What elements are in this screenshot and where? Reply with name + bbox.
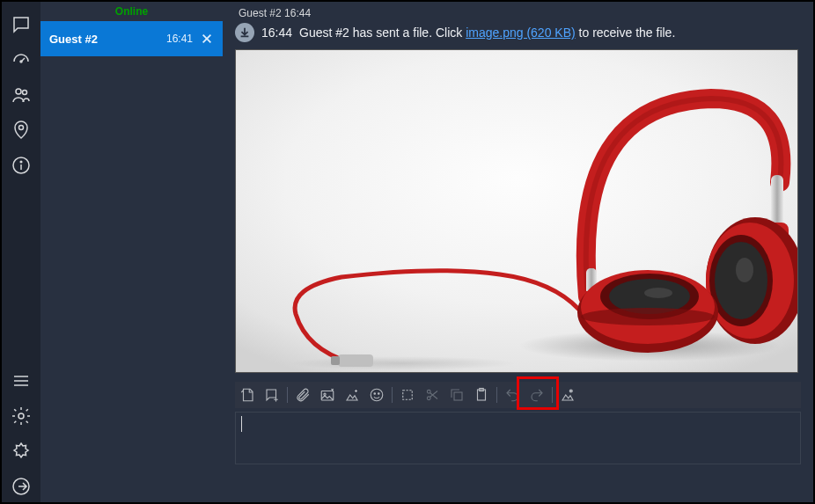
contact-name: Guest #2 (49, 33, 166, 46)
svg-point-43 (570, 391, 571, 391)
svg-point-35 (378, 393, 380, 395)
svg-point-22 (736, 258, 753, 282)
svg-point-37 (427, 397, 430, 400)
settings-icon[interactable] (5, 400, 37, 432)
message-input[interactable] (235, 412, 801, 464)
svg-point-34 (374, 393, 376, 395)
svg-rect-39 (454, 392, 462, 400)
map-icon[interactable] (5, 114, 37, 146)
redo-icon[interactable] (525, 383, 549, 407)
svg-point-38 (427, 390, 430, 393)
canned-icon[interactable] (235, 383, 260, 407)
received-image[interactable] (235, 49, 798, 373)
download-icon[interactable] (235, 23, 254, 42)
svg-point-2 (23, 91, 27, 95)
svg-point-29 (644, 288, 672, 298)
svg-rect-14 (338, 354, 373, 367)
select-icon[interactable] (395, 383, 420, 407)
file-message-text: Guest #2 has sent a file. Click image.pn… (299, 26, 675, 40)
screenshot-icon[interactable] (315, 383, 340, 407)
file-download-link[interactable]: image.png (620 KB) (466, 26, 576, 40)
add-canned-icon[interactable] (260, 383, 284, 407)
chat-icon[interactable] (5, 9, 37, 40)
contact-time: 16:41 (166, 33, 193, 45)
svg-point-6 (20, 161, 22, 163)
logout-icon[interactable] (5, 471, 37, 502)
menu-icon[interactable] (5, 365, 37, 397)
contact-item[interactable]: Guest #2 16:41 (40, 21, 223, 56)
preview-image-icon[interactable] (555, 383, 580, 407)
paste-icon[interactable] (469, 383, 494, 407)
emoji-icon[interactable] (364, 383, 389, 407)
attach-icon[interactable] (290, 383, 315, 407)
info-icon[interactable] (5, 150, 37, 181)
file-message-time: 16:44 (261, 26, 292, 40)
image-sparkle-icon[interactable] (340, 383, 364, 407)
agent-status[interactable]: Online (40, 2, 223, 21)
svg-rect-36 (403, 391, 413, 400)
badge-icon[interactable] (5, 435, 37, 467)
svg-rect-16 (771, 175, 783, 228)
left-rail (2, 2, 40, 502)
visitors-icon[interactable] (5, 79, 37, 111)
svg-point-33 (371, 389, 383, 401)
svg-point-1 (16, 89, 21, 94)
cut-icon[interactable] (420, 383, 444, 407)
svg-point-30 (581, 308, 715, 325)
svg-point-3 (19, 126, 24, 130)
undo-icon[interactable] (500, 383, 525, 407)
compose-toolbar (235, 382, 801, 408)
copy-icon[interactable] (444, 383, 469, 407)
chat-main: Guest #2 16:44 16:44 Guest #2 has sent a… (223, 2, 813, 502)
contacts-panel: Online Guest #2 16:41 (40, 2, 223, 502)
svg-rect-15 (331, 356, 340, 365)
close-chat-icon[interactable] (200, 32, 214, 46)
svg-point-10 (18, 413, 24, 419)
dashboard-icon[interactable] (5, 44, 37, 76)
file-message: 16:44 Guest #2 has sent a file. Click im… (223, 21, 813, 49)
chat-header: Guest #2 16:44 (223, 2, 813, 21)
